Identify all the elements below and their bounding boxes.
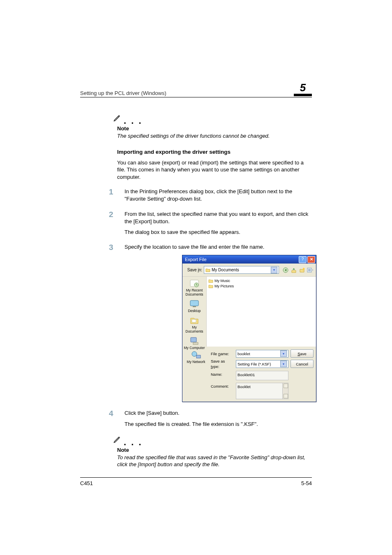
scrollbar-stub	[282, 383, 288, 399]
svg-rect-8	[191, 338, 196, 342]
save-in-select[interactable]: My Documents ▾	[204, 266, 279, 274]
saveastype-label: Save as type:	[211, 358, 234, 370]
place-desktop[interactable]: Desktop	[183, 299, 205, 313]
folder-icon	[208, 279, 213, 283]
comment-row: Comment: Booklet	[182, 383, 316, 402]
steps-list: In the Printing Preferences dialog box, …	[109, 188, 312, 428]
dialog-toolbar	[282, 267, 314, 273]
note-dots: . . .	[124, 440, 143, 445]
svg-rect-11	[196, 355, 201, 358]
mynetwork-icon	[190, 350, 202, 360]
recent-icon	[189, 278, 200, 288]
pen-icon	[113, 435, 121, 445]
footer-model: C451	[80, 480, 93, 486]
comment-label: Comment:	[211, 383, 234, 389]
file-fields: My Network File name: booklet ▾ Save	[182, 347, 316, 371]
places-bar: My Recent Documents Desktop My Documents	[182, 277, 206, 347]
svg-rect-6	[193, 306, 196, 307]
step-4-sub: The specified file is created. The file …	[125, 421, 312, 428]
step-4-text: Click the [Save] button.	[125, 410, 180, 416]
save-in-value: My Documents	[212, 267, 270, 273]
place-recent[interactable]: My Recent Documents	[183, 278, 205, 296]
step-1-text: In the Printing Preferences dialog box, …	[125, 188, 292, 202]
note-body-bottom: To read the specified file that was save…	[117, 454, 312, 468]
svg-rect-7	[192, 319, 196, 322]
back-icon[interactable]	[282, 267, 289, 273]
folder-icon	[208, 284, 213, 288]
place-mydocs[interactable]: My Documents	[183, 315, 205, 333]
chevron-down-icon[interactable]: ▾	[271, 267, 277, 273]
step-2-text: From the list, select the specified name…	[125, 211, 308, 224]
page-footer: C451 5-54	[80, 477, 312, 486]
note-icon-row-bottom: . . .	[113, 435, 312, 445]
help-button[interactable]: ?	[299, 256, 307, 263]
up-icon[interactable]	[291, 267, 297, 273]
intro-paragraph: You can also save (export) or read (impo…	[117, 159, 312, 181]
name-value: Booklet01	[236, 371, 288, 380]
chapter-number: 5	[294, 82, 312, 96]
svg-point-10	[192, 352, 197, 356]
dialog-titlebar[interactable]: Export File ? ✕	[182, 255, 316, 264]
note-label-bottom: Note	[117, 447, 312, 453]
export-file-dialog: Export File ? ✕ Save in: My Documents ▾	[182, 255, 316, 402]
svg-point-1	[303, 268, 305, 270]
filename-label: File name:	[211, 351, 234, 356]
name-label: Name:	[211, 371, 234, 377]
chevron-down-icon[interactable]: ▾	[280, 350, 287, 357]
folder-my-pictures[interactable]: My Pictures	[208, 283, 314, 289]
footer-page: 5-54	[301, 480, 312, 486]
svg-rect-5	[190, 301, 198, 306]
cancel-button[interactable]: Cancel	[291, 360, 314, 368]
dialog-body: My Recent Documents Desktop My Documents	[182, 277, 316, 347]
step-4: Click the [Save] button. The specified f…	[109, 409, 312, 428]
dialog-title: Export File	[185, 257, 298, 263]
step-3: Specify the location to save the file an…	[109, 243, 312, 402]
svg-rect-9	[193, 342, 198, 345]
folder-icon	[205, 268, 210, 272]
section-title: Setting up the PCL driver (Windows)	[80, 90, 166, 96]
saveastype-select[interactable]: Setting File (*.KSF) ▾	[236, 360, 288, 368]
save-in-label: Save in:	[185, 267, 202, 273]
step-1: In the Printing Preferences dialog box, …	[109, 188, 312, 203]
place-mycomputer[interactable]: My Computer	[183, 336, 205, 350]
note-icon-row: . . .	[113, 114, 312, 124]
place-mynetwork[interactable]: My Network	[185, 349, 207, 364]
note-body-top: The specified settings of the driver fun…	[117, 132, 312, 140]
new-folder-icon[interactable]	[299, 267, 305, 273]
name-row: Name: Booklet01	[182, 371, 316, 383]
desktop-icon	[189, 299, 200, 309]
step-2-sub: The dialog box to save the specified fil…	[125, 229, 312, 236]
note-label: Note	[117, 125, 312, 132]
filename-input[interactable]: booklet ▾	[236, 350, 288, 358]
file-list[interactable]: My Music My Pictures	[206, 277, 316, 347]
step-2: From the list, select the specified name…	[109, 210, 312, 236]
pen-icon	[113, 114, 121, 124]
step-3-text: Specify the location to save the file an…	[125, 244, 264, 250]
mycomputer-icon	[189, 336, 200, 346]
page-header: Setting up the PCL driver (Windows) 5	[80, 82, 312, 97]
chevron-down-icon[interactable]: ▾	[280, 361, 287, 367]
save-in-row: Save in: My Documents ▾	[182, 264, 316, 277]
close-button[interactable]: ✕	[307, 256, 315, 263]
comment-value: Booklet	[236, 383, 288, 399]
folder-my-music[interactable]: My Music	[208, 278, 314, 283]
subheading: Importing and exporting the driver setti…	[117, 149, 312, 155]
note-dots: . . .	[124, 119, 143, 124]
views-icon[interactable]	[307, 267, 314, 273]
save-button[interactable]: Save	[291, 349, 314, 358]
mydocs-icon	[189, 315, 200, 325]
